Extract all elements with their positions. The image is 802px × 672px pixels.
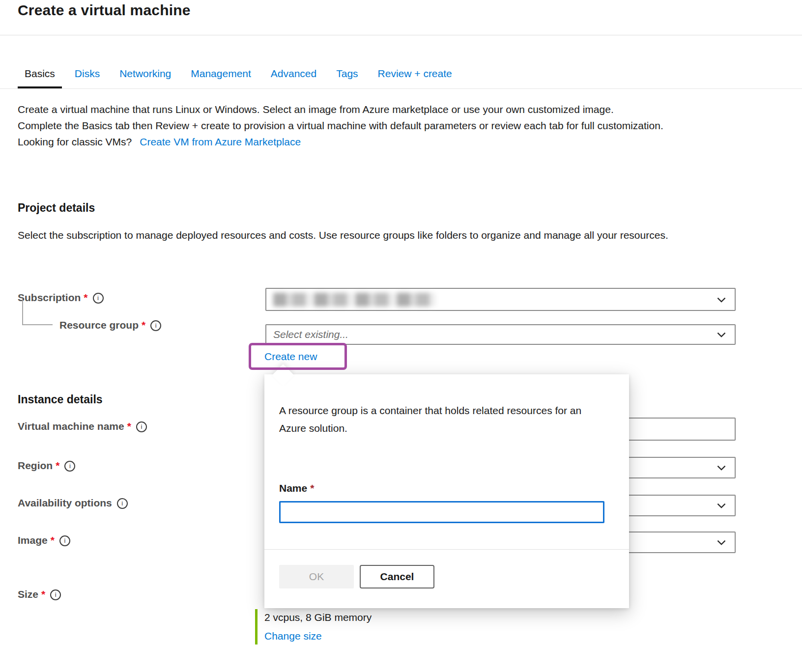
tab-advanced[interactable]: Advanced (264, 65, 323, 86)
vm-name-label: Virtual machine name*i (18, 420, 147, 432)
page-title: Create a virtual machine (18, 2, 191, 19)
size-label: Size*i (18, 588, 61, 600)
dialog-divider (264, 549, 629, 550)
dialog-description: A resource group is a container that hol… (279, 402, 588, 437)
intro-text: Create a virtual machine that runs Linux… (18, 101, 708, 150)
dialog-caret (272, 364, 294, 386)
project-details-description: Select the subscription to manage deploy… (18, 227, 716, 243)
tabs-underline (0, 88, 802, 89)
create-vm-page: Create a virtual machine BasicsDisksNetw… (0, 0, 802, 672)
size-summary: 2 vcpus, 8 GiB memory Change size (255, 609, 599, 644)
resource-group-label: Resource group*i (59, 319, 161, 331)
required-asterisk: * (310, 482, 314, 494)
change-size-link[interactable]: Change size (264, 628, 322, 644)
resource-group-input[interactable] (266, 325, 735, 344)
info-icon[interactable]: i (93, 293, 104, 304)
info-icon[interactable]: i (150, 320, 161, 331)
dialog-name-input[interactable] (279, 501, 604, 523)
info-icon[interactable]: i (117, 498, 128, 509)
required-asterisk: * (142, 319, 145, 331)
availability-options-label: Availability optionsi (18, 497, 128, 509)
tab-networking[interactable]: Networking (113, 65, 178, 86)
intro-line-1: Create a virtual machine that runs Linux… (18, 101, 708, 117)
ok-button[interactable]: OK (279, 565, 354, 588)
project-details-heading: Project details (18, 201, 95, 215)
required-asterisk: * (41, 588, 45, 600)
tab-disks[interactable]: Disks (68, 65, 107, 86)
info-icon[interactable]: i (136, 421, 147, 432)
required-asterisk: * (127, 420, 131, 432)
chevron-down-icon (716, 329, 727, 340)
tab-tags[interactable]: Tags (329, 65, 365, 86)
info-icon[interactable]: i (59, 535, 70, 546)
info-icon[interactable]: i (50, 589, 61, 600)
subscription-select[interactable] (265, 288, 736, 311)
subscription-value-redacted (273, 293, 435, 307)
tree-connector (22, 300, 53, 325)
chevron-down-icon (716, 462, 727, 473)
region-label: Region*i (18, 460, 75, 472)
cancel-button[interactable]: Cancel (360, 565, 434, 588)
header-divider (0, 35, 802, 35)
create-vm-marketplace-link[interactable]: Create VM from Azure Marketplace (140, 136, 301, 147)
chevron-down-icon (716, 500, 727, 511)
required-asterisk: * (51, 534, 55, 546)
required-asterisk: * (56, 460, 59, 471)
dialog-name-text-field[interactable] (281, 503, 603, 522)
intro-line-2: Complete the Basics tab then Review + cr… (18, 117, 708, 134)
create-resource-group-dialog: A resource group is a container that hol… (264, 374, 629, 608)
intro-line-3: Looking for classic VMs?Create VM from A… (18, 134, 708, 150)
image-label: Image*i (18, 534, 70, 546)
chevron-down-icon (716, 294, 727, 305)
tab-bar: BasicsDisksNetworkingManagementAdvancedT… (18, 65, 465, 88)
required-asterisk: * (84, 292, 87, 303)
tab-review-create[interactable]: Review + create (371, 65, 459, 86)
tab-basics[interactable]: Basics (18, 65, 62, 88)
chevron-down-icon (716, 537, 727, 548)
classic-vms-text: Looking for classic VMs? (18, 136, 132, 147)
tab-management[interactable]: Management (184, 65, 258, 86)
resource-group-select[interactable] (265, 324, 736, 345)
info-icon[interactable]: i (64, 461, 75, 472)
instance-details-heading: Instance details (18, 393, 103, 406)
dialog-name-label: Name* (279, 482, 314, 494)
create-new-link[interactable]: Create new (264, 351, 317, 363)
size-specs-text: 2 vcpus, 8 GiB memory (264, 609, 599, 626)
